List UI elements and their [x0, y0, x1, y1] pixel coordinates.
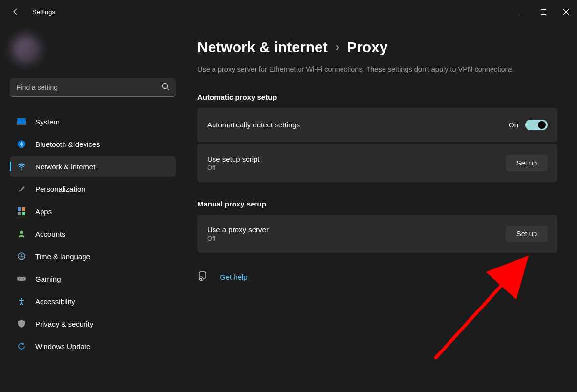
sidebar-item-label: Apps	[35, 207, 52, 216]
apps-icon	[17, 206, 26, 216]
row-title: Use a proxy server	[207, 226, 269, 234]
get-help-link[interactable]: ? Get help	[197, 271, 557, 283]
svg-rect-11	[22, 207, 25, 211]
close-button[interactable]	[555, 4, 577, 20]
sidebar-item-label: Time & language	[35, 252, 90, 261]
manual-proxy-setup-button[interactable]: Set up	[506, 226, 548, 242]
main-content: Network & internet › Proxy Use a proxy s…	[186, 23, 577, 392]
privacy-icon	[17, 319, 26, 329]
back-button[interactable]	[6, 2, 25, 21]
wifi-icon	[17, 162, 26, 171]
svg-point-9	[21, 169, 22, 170]
accounts-icon	[17, 229, 26, 239]
svg-rect-12	[18, 212, 21, 215]
brush-icon	[17, 184, 26, 194]
section-title: Manual proxy setup	[197, 200, 557, 208]
svg-rect-13	[22, 212, 25, 215]
help-icon: ?	[197, 271, 208, 283]
minimize-button[interactable]	[510, 4, 532, 20]
user-profile[interactable]	[10, 23, 176, 78]
sidebar-item-apps[interactable]: Apps	[10, 201, 176, 222]
svg-point-4	[162, 83, 167, 88]
sidebar-item-accounts[interactable]: Accounts	[10, 224, 176, 244]
toggle-state-label: On	[509, 121, 518, 129]
sidebar-item-label: Accounts	[35, 230, 65, 238]
sidebar-item-personalization[interactable]: Personalization	[10, 179, 176, 199]
sidebar-item-label: Accessibility	[35, 297, 75, 306]
sidebar-item-label: Network & internet	[35, 163, 95, 171]
svg-line-5	[167, 88, 169, 90]
page-description: Use a proxy server for Ethernet or Wi-Fi…	[197, 64, 539, 75]
window-controls	[510, 4, 577, 20]
sidebar-item-label: System	[35, 118, 60, 126]
sidebar: System Bluetooth & devices Network & int…	[0, 23, 186, 392]
section-manual-proxy: Manual proxy setup Use a proxy server Of…	[197, 200, 557, 253]
sidebar-nav: System Bluetooth & devices Network & int…	[10, 111, 176, 356]
update-icon	[17, 341, 26, 351]
card-setup-script: Use setup script Off Set up	[197, 144, 557, 182]
search-box[interactable]	[10, 78, 176, 97]
maximize-icon	[541, 9, 546, 15]
display-icon	[17, 117, 26, 126]
row-title: Automatically detect settings	[207, 121, 300, 129]
breadcrumb: Network & internet › Proxy	[197, 39, 557, 56]
bluetooth-icon	[17, 139, 26, 149]
row-title: Use setup script	[207, 155, 260, 163]
sidebar-item-gaming[interactable]: Gaming	[10, 268, 176, 289]
svg-rect-7	[17, 124, 26, 125]
sidebar-item-network[interactable]: Network & internet	[10, 156, 176, 177]
sidebar-item-accessibility[interactable]: Accessibility	[10, 291, 176, 311]
chevron-right-icon: ›	[336, 41, 339, 54]
sidebar-item-update[interactable]: Windows Update	[10, 336, 176, 356]
avatar	[12, 35, 41, 64]
svg-point-18	[23, 278, 24, 279]
sidebar-item-privacy[interactable]: Privacy & security	[10, 313, 176, 334]
breadcrumb-parent[interactable]: Network & internet	[197, 39, 328, 56]
svg-rect-10	[18, 207, 21, 211]
svg-point-17	[19, 278, 20, 279]
svg-rect-6	[17, 118, 26, 124]
sidebar-item-label: Bluetooth & devices	[35, 140, 100, 148]
section-title: Automatic proxy setup	[197, 93, 557, 101]
maximize-button[interactable]	[532, 4, 555, 20]
svg-point-19	[21, 298, 22, 300]
close-icon	[563, 9, 569, 15]
row-subtitle: Off	[207, 164, 260, 171]
svg-point-14	[20, 231, 23, 234]
breadcrumb-current: Proxy	[347, 39, 387, 56]
title-bar: Settings	[0, 0, 577, 23]
card-auto-detect: Automatically detect settings On	[197, 108, 557, 142]
card-use-proxy: Use a proxy server Off Set up	[197, 215, 557, 253]
sidebar-item-label: Windows Update	[35, 342, 90, 351]
sidebar-item-label: Personalization	[35, 185, 85, 193]
svg-rect-1	[541, 9, 546, 14]
window-title: Settings	[32, 8, 55, 16]
time-icon	[17, 251, 26, 261]
sidebar-item-time[interactable]: Time & language	[10, 246, 176, 267]
minimize-icon	[518, 9, 524, 15]
accessibility-icon	[17, 296, 26, 306]
gaming-icon	[17, 274, 26, 284]
auto-detect-toggle[interactable]	[525, 120, 548, 130]
row-subtitle: Off	[207, 235, 269, 242]
search-input[interactable]	[17, 83, 162, 91]
sidebar-item-label: Privacy & security	[35, 320, 93, 328]
search-icon	[162, 83, 169, 92]
back-arrow-icon	[12, 8, 20, 16]
sidebar-item-system[interactable]: System	[10, 111, 176, 132]
svg-rect-16	[17, 277, 26, 281]
setup-script-button[interactable]: Set up	[506, 155, 548, 171]
help-label: Get help	[220, 273, 248, 281]
sidebar-item-bluetooth[interactable]: Bluetooth & devices	[10, 134, 176, 154]
section-automatic-proxy: Automatic proxy setup Automatically dete…	[197, 93, 557, 182]
sidebar-item-label: Gaming	[35, 275, 61, 283]
